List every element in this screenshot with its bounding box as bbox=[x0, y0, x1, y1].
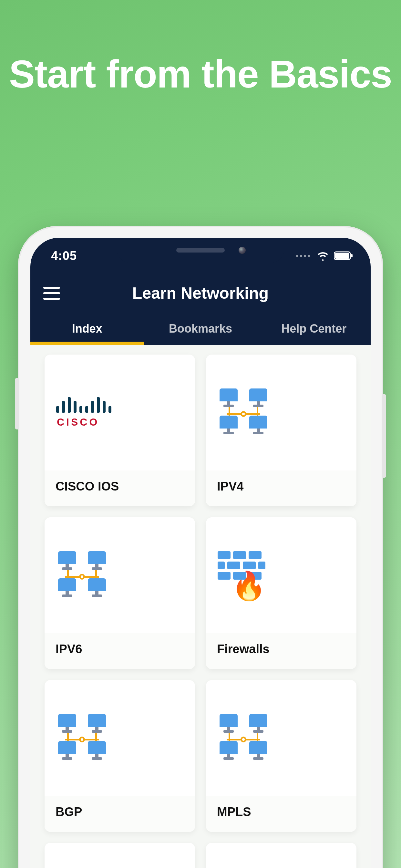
svg-rect-1 bbox=[335, 253, 349, 259]
menu-icon[interactable] bbox=[43, 287, 60, 300]
page-title: Learn Networking bbox=[132, 284, 269, 303]
card-icon: CISCO bbox=[44, 354, 195, 470]
card-icon bbox=[44, 517, 195, 633]
card-label: CISCO IOS bbox=[44, 470, 195, 506]
card-label: IPV6 bbox=[44, 633, 195, 669]
network-topology-icon bbox=[218, 389, 269, 437]
tab-help-center[interactable]: Help Center bbox=[257, 313, 371, 345]
notch-speaker bbox=[176, 248, 225, 252]
svg-rect-2 bbox=[351, 254, 352, 257]
topic-card[interactable] bbox=[44, 843, 195, 868]
tab-label: Index bbox=[72, 322, 102, 336]
card-icon bbox=[44, 680, 195, 796]
card-label: MPLS bbox=[206, 796, 357, 832]
tab-index[interactable]: Index bbox=[30, 313, 144, 345]
flame-icon: 🔥 bbox=[232, 572, 266, 600]
network-topology-icon bbox=[56, 551, 108, 600]
tab-bookmarks[interactable]: Bookmarks bbox=[144, 313, 257, 345]
title-bar: Learn Networking bbox=[30, 274, 371, 313]
topic-card-ipv6[interactable]: IPV6 bbox=[44, 517, 195, 669]
card-label: IPV4 bbox=[206, 470, 357, 506]
card-label: Firewalls bbox=[206, 633, 357, 669]
card-icon bbox=[44, 843, 195, 868]
battery-icon bbox=[334, 251, 353, 260]
network-topology-icon bbox=[218, 714, 269, 763]
topic-card-bgp[interactable]: BGP bbox=[44, 680, 195, 832]
topic-card-ipv4[interactable]: IPV4 bbox=[206, 354, 357, 506]
card-icon bbox=[206, 843, 357, 868]
cellular-signal-icon bbox=[296, 255, 310, 257]
notch-camera-icon bbox=[239, 247, 246, 254]
marketing-headline: Start from the Basics bbox=[0, 0, 401, 96]
status-time: 4:05 bbox=[51, 249, 77, 263]
topic-card-firewalls[interactable]: 🔥 Firewalls bbox=[206, 517, 357, 669]
card-grid-container: CISCO CISCO IOS IPV4 bbox=[30, 345, 371, 868]
cisco-wordmark: CISCO bbox=[57, 416, 99, 428]
card-label: BGP bbox=[44, 796, 195, 832]
topic-card-mpls[interactable]: MPLS bbox=[206, 680, 357, 832]
phone-mockup-frame: 4:05 bbox=[18, 226, 383, 868]
topic-card[interactable] bbox=[206, 843, 357, 868]
topic-card-cisco-ios[interactable]: CISCO CISCO IOS bbox=[44, 354, 195, 506]
card-icon bbox=[206, 680, 357, 796]
network-topology-icon bbox=[56, 714, 108, 763]
phone-side-button-left bbox=[15, 378, 19, 430]
cisco-logo-icon: CISCO bbox=[56, 397, 112, 428]
card-icon: 🔥 bbox=[206, 517, 357, 633]
phone-side-button-right bbox=[382, 394, 386, 478]
firewall-icon: 🔥 bbox=[218, 551, 269, 600]
tab-bar: Index Bookmarks Help Center bbox=[30, 313, 371, 345]
wifi-icon bbox=[316, 251, 329, 260]
phone-notch bbox=[117, 238, 284, 263]
phone-screen: 4:05 bbox=[30, 238, 371, 868]
tab-label: Help Center bbox=[281, 322, 346, 336]
tab-label: Bookmarks bbox=[169, 322, 232, 336]
card-grid: CISCO CISCO IOS IPV4 bbox=[44, 354, 357, 868]
card-icon bbox=[206, 354, 357, 470]
